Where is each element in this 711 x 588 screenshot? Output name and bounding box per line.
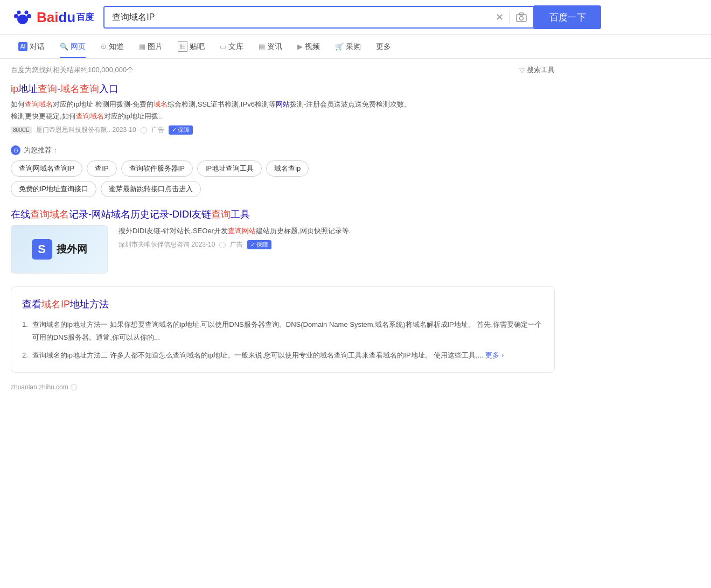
- tab-label-wenku: 文库: [228, 42, 243, 52]
- result-1-desc: 如何查询域名对应的ip地址 检测用拨测-免费的域名综合检测,SSL证书检测,IP…: [11, 99, 409, 122]
- search-nav-icon: 🔍: [60, 43, 68, 51]
- tags-row-2: 免费的IP地址查询接口 蜜芽最新跳转接口点击进入: [11, 181, 555, 197]
- ad-badge-1: 广告: [151, 125, 164, 135]
- logo[interactable]: Baidu 百度: [11, 5, 94, 29]
- result-2-source: 深圳市夫唯伙伴信息咨询 2023-10: [119, 240, 215, 249]
- post-icon: 贴: [178, 41, 187, 52]
- tab-tieba[interactable]: 贴 贴吧: [170, 35, 212, 58]
- tab-label-video: 视频: [305, 42, 320, 52]
- tab-webpage[interactable]: 🔍 网页: [52, 36, 93, 58]
- zhihu-source: zhuanlan.zhihu.com: [11, 383, 555, 391]
- shield-badge-2: ✓保障: [247, 240, 271, 249]
- search-input[interactable]: [104, 7, 490, 27]
- shield-badge-1: ✓保障: [169, 125, 193, 135]
- verified-dot-1: [141, 127, 147, 134]
- result-3-title[interactable]: 查看域名IP地址方法: [22, 298, 109, 311]
- tag-6[interactable]: 免费的IP地址查询接口: [11, 181, 96, 197]
- tag-7[interactable]: 蜜芽最新跳转接口点击进入: [101, 181, 201, 197]
- tag-3[interactable]: 查询软件服务器IP: [121, 160, 193, 177]
- result-3-item-1: 1. 查询域名的ip地址方法一 如果你想要查询域名的ip地址,可以使用DNS服务…: [22, 318, 543, 344]
- content: 百度为您找到相关结果约100,000,000个 ▽ 搜索工具 ip地址查询-域名…: [0, 59, 566, 408]
- result-3-card: 查看域名IP地址方法 1. 查询域名的ip地址方法一 如果你想要查询域名的ip地…: [11, 286, 555, 373]
- tag-1[interactable]: 查询网域名查询IP: [11, 160, 82, 177]
- svg-point-3: [17, 11, 21, 15]
- result-1-source-logo: 800CE: [11, 127, 32, 134]
- tab-video[interactable]: ▶ 视频: [290, 36, 327, 58]
- image-icon: ▦: [139, 43, 145, 51]
- tag-4[interactable]: IP地址查询工具: [197, 160, 262, 177]
- tag-2[interactable]: 查IP: [87, 160, 116, 177]
- shield-icon-2: ✓: [250, 241, 255, 248]
- tab-label-caigou: 采购: [346, 42, 361, 52]
- souwai-logo: S 搜外网: [32, 239, 87, 260]
- svg-point-0: [17, 15, 28, 24]
- ai-icon: AI: [18, 42, 27, 51]
- result-count: 百度为您找到相关结果约100,000,000个: [11, 65, 134, 75]
- nav: AI 对话 🔍 网页 ⊙ 知道 ▦ 图片 贴 贴吧 ▭ 文库 ▤ 资讯 ▶ 视频…: [0, 35, 711, 59]
- tab-wenku[interactable]: ▭ 文库: [212, 36, 251, 58]
- tab-zhidao[interactable]: ⊙ 知道: [93, 36, 131, 58]
- ad-badge-2: 广告: [230, 240, 243, 249]
- tab-label-tieba: 贴吧: [190, 42, 205, 52]
- header: Baidu 百度 ✕ 百度一下: [0, 0, 711, 35]
- tab-zixun[interactable]: ▤ 资讯: [251, 36, 290, 58]
- camera-icon: [516, 12, 527, 22]
- result-count-row: 百度为您找到相关结果约100,000,000个 ▽ 搜索工具: [11, 65, 555, 75]
- result-2-meta: 深圳市夫唯伙伴信息咨询 2023-10 广告 ✓保障: [119, 240, 555, 249]
- list-text-2: 查询域名的ip地址方法二 许多人都不知道怎么查询域名的ip地址。一般来说,您可以…: [32, 349, 504, 361]
- shop-icon: 🛒: [335, 43, 344, 51]
- list-num-1: 1.: [22, 318, 28, 344]
- result-2-body: S 搜外网 搜外DIDI友链-针对站长,SEOer开发查询网站建站历史标题,网页…: [11, 225, 555, 274]
- svg-point-1: [14, 14, 18, 18]
- video-icon: ▶: [297, 43, 303, 51]
- tab-duihua[interactable]: AI 对话: [11, 36, 52, 58]
- shield-icon-1: ✓: [172, 127, 177, 134]
- tab-images[interactable]: ▦ 图片: [131, 36, 170, 58]
- filter-icon: ▽: [519, 66, 525, 74]
- camera-button[interactable]: [510, 7, 533, 27]
- result-1-source: 厦门帝恩思科技股份有限.. 2023-10: [36, 125, 136, 135]
- result-1-title-part1: ip: [11, 83, 18, 94]
- result-2-right: 搜外DIDI友链-针对站长,SEOer开发查询网站建站历史标题,网页快照记录等.…: [119, 225, 555, 249]
- svg-point-4: [25, 11, 29, 15]
- tab-label-images: 图片: [148, 42, 163, 52]
- tab-label-duihua: 对话: [30, 42, 45, 52]
- result-3-item-2: 2. 查询域名的ip地址方法二 许多人都不知道怎么查询域名的ip地址。一般来说,…: [22, 349, 543, 361]
- doc-icon: ▭: [220, 43, 226, 51]
- verified-dot-2: [219, 242, 226, 248]
- list-text-1: 查询域名的ip地址方法一 如果你想要查询域名的ip地址,可以使用DNS服务器查询…: [32, 318, 543, 344]
- recommend-label-row: ⊙ 为您推荐：: [11, 145, 555, 155]
- baidu-paw-icon: [11, 5, 34, 29]
- search-button[interactable]: 百度一下: [534, 5, 601, 29]
- result-2: 在线查询域名记录-网站域名历史记录-DIDI友链查询工具 S 搜外网 搜外DID…: [11, 208, 555, 274]
- result-2-title[interactable]: 在线查询域名记录-网站域名历史记录-DIDI友链查询工具: [11, 209, 250, 220]
- zhihu-url: zhuanlan.zhihu.com: [11, 383, 68, 391]
- result-2-logo-box: S 搜外网: [11, 225, 108, 274]
- search-bar: ✕: [103, 6, 534, 29]
- svg-rect-7: [519, 13, 524, 15]
- verified-dot-zhihu: [71, 384, 77, 390]
- result-1-meta: 800CE 厦门帝恩思科技股份有限.. 2023-10 广告 ✓保障: [11, 125, 555, 135]
- tab-label-zixun: 资讯: [267, 42, 282, 52]
- result-1-title[interactable]: ip地址查询-域名查询入口: [11, 83, 119, 94]
- tag-5[interactable]: 域名查ip: [266, 160, 309, 177]
- tab-more[interactable]: 更多: [368, 36, 399, 58]
- list-num-2: 2.: [22, 349, 28, 361]
- news-icon: ▤: [259, 43, 265, 51]
- tab-caigou[interactable]: 🛒 采购: [327, 36, 368, 58]
- svg-point-2: [27, 14, 31, 18]
- tab-label-zhidao: 知道: [109, 42, 124, 52]
- search-tools[interactable]: ▽ 搜索工具: [519, 65, 555, 75]
- search-clear-button[interactable]: ✕: [490, 7, 509, 27]
- question-icon: ⊙: [101, 43, 107, 51]
- result-1: ip地址查询-域名查询入口 如何查询域名对应的ip地址 检测用拨测-免费的域名综…: [11, 82, 555, 135]
- souwai-name: 搜外网: [57, 242, 87, 256]
- result-2-desc: 搜外DIDI友链-针对站长,SEOer开发查询网站建站历史标题,网页快照记录等.: [119, 225, 555, 237]
- tags-row-1: 查询网域名查询IP 查IP 查询软件服务器IP IP地址查询工具 域名查ip: [11, 160, 555, 177]
- tab-label-more: 更多: [376, 42, 391, 51]
- recommend-icon: ⊙: [11, 145, 20, 155]
- souwai-s-icon: S: [32, 239, 52, 260]
- tab-label-webpage: 网页: [71, 42, 86, 52]
- svg-point-6: [520, 17, 524, 20]
- logo-cn: 百度: [76, 12, 94, 23]
